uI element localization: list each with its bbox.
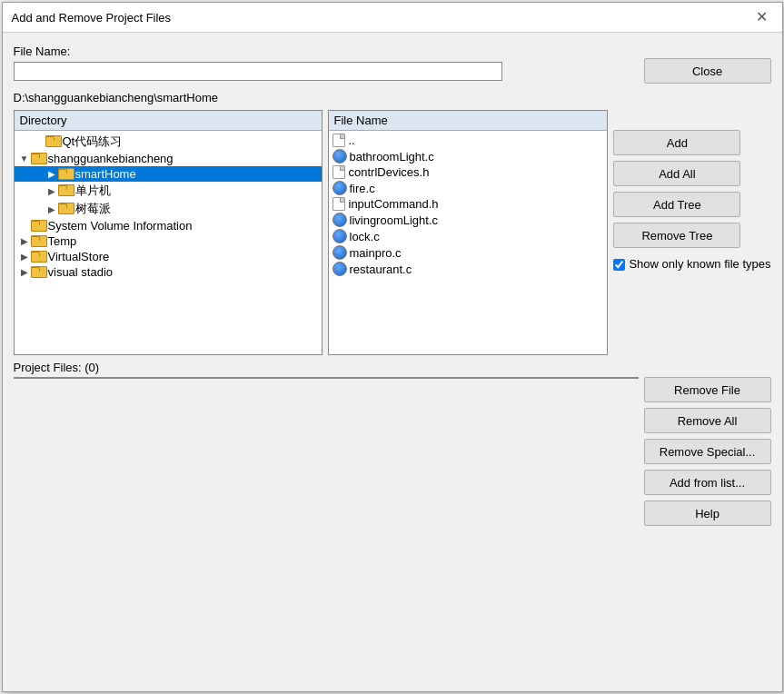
bottom-buttons: Remove File Remove All Remove Special...… <box>644 361 771 526</box>
dialog: Add and Remove Project Files ✕ File Name… <box>2 2 783 692</box>
tree-label-shang: shangguankebiancheng <box>48 152 174 165</box>
file-name-input[interactable] <box>14 62 502 81</box>
folder-icon-shu <box>58 203 73 214</box>
current-path: D:\shangguankebiancheng\smartHome <box>14 91 771 104</box>
show-known-label: Show only known file types <box>629 257 770 273</box>
tree-label-vstudio: visual stadio <box>48 265 114 279</box>
globe-icon-livingroom <box>332 213 347 227</box>
add-all-button[interactable]: Add All <box>613 161 740 186</box>
tree-label-shu: 树莓派 <box>75 201 111 217</box>
folder-icon-smarthome <box>58 169 73 180</box>
folder-icon-vstore <box>31 252 45 263</box>
expander-vstudio: ▶ <box>18 267 31 277</box>
expander-temp: ▶ <box>18 236 31 246</box>
file-label-mainpro: mainpro.c <box>350 246 402 260</box>
file-icon-inputcommand <box>332 197 345 211</box>
file-label-inputcommand: inputCommand.h <box>349 197 439 211</box>
file-item-contrl[interactable]: contrlDevices.h <box>329 164 608 180</box>
remove-all-button[interactable]: Remove All <box>644 408 771 433</box>
file-item-mainpro[interactable]: mainpro.c <box>329 244 608 261</box>
filename-panel-header: File Name <box>329 111 608 131</box>
show-known-checkbox[interactable] <box>613 259 625 271</box>
help-button[interactable]: Help <box>644 501 771 526</box>
directory-tree[interactable]: Qt代码练习 ▼ shangguankebiancheng ▶ smartHom… <box>15 131 322 354</box>
globe-icon-restaurant <box>332 262 347 276</box>
file-label-lock: lock.c <box>350 230 380 243</box>
file-item-dotdot[interactable]: .. <box>329 133 608 148</box>
file-item-livingroom[interactable]: livingroomLight.c <box>329 212 608 228</box>
project-files-panel[interactable] <box>14 377 639 379</box>
tree-item-shang[interactable]: ▼ shangguankebiancheng <box>15 151 322 166</box>
file-label-bathroomlight: bathroomLight.c <box>350 150 434 164</box>
file-label-dotdot: .. <box>349 134 355 147</box>
file-item-restaurant[interactable]: restaurant.c <box>329 261 608 277</box>
file-label-contrl: contrlDevices.h <box>349 165 430 179</box>
window-close-button[interactable]: ✕ <box>750 8 773 26</box>
tree-label-sys: System Volume Information <box>48 219 193 233</box>
project-files-section: Project Files: (0) <box>14 361 639 379</box>
remove-file-button[interactable]: Remove File <box>644 377 771 402</box>
remove-tree-button[interactable]: Remove Tree <box>613 223 740 248</box>
show-known-types-row: Show only known file types <box>613 257 770 273</box>
tree-item-qt[interactable]: Qt代码练习 <box>15 133 322 151</box>
folder-icon-shang <box>31 154 45 164</box>
dialog-title: Add and Remove Project Files <box>12 11 172 25</box>
filename-panel: File Name .. bathroomLight.c contrlDevic… <box>328 110 609 355</box>
tree-item-shu[interactable]: ▶ 树莓派 <box>15 200 322 218</box>
file-label-restaurant: restaurant.c <box>350 263 412 276</box>
directory-panel-header: Directory <box>15 111 322 131</box>
file-icon-contrl <box>332 165 345 179</box>
project-files-label: Project Files: (0) <box>14 361 639 374</box>
file-list[interactable]: .. bathroomLight.c contrlDevices.h fire.… <box>329 131 608 354</box>
expander-shu: ▶ <box>45 204 58 214</box>
folder-icon-dan <box>58 185 73 196</box>
file-name-row: File Name: Add Close <box>14 42 771 84</box>
bottom-row: Project Files: (0) Remove File Remove Al… <box>14 361 771 682</box>
remove-special-button[interactable]: Remove Special... <box>644 439 771 464</box>
folder-icon-sys <box>31 221 45 232</box>
panels-area: Directory Qt代码练习 ▼ shangguankebiancheng <box>14 110 771 355</box>
tree-item-smarthome[interactable]: ▶ smartHome <box>15 166 322 182</box>
file-label-livingroom: livingroomLight.c <box>350 213 439 227</box>
file-item-bathroomlight[interactable]: bathroomLight.c <box>329 148 608 164</box>
tree-label-smarthome: smartHome <box>75 167 136 181</box>
globe-icon-lock <box>332 229 347 243</box>
tree-item-vstore[interactable]: ▶ VirtualStore <box>15 249 322 264</box>
tree-label-dan: 单片机 <box>75 183 111 199</box>
globe-icon-bathroomlight <box>332 149 347 164</box>
right-buttons: Add Add All Add Tree Remove Tree Show on… <box>613 110 770 355</box>
file-item-fire[interactable]: fire.c <box>329 180 608 196</box>
add-tree-button[interactable]: Add Tree <box>613 192 740 217</box>
add-button[interactable]: Add <box>613 130 740 155</box>
dialog-body: File Name: Add Close D:\shangguankebianc… <box>3 33 782 691</box>
close-dialog-button[interactable]: Close <box>644 58 771 84</box>
file-label-fire: fire.c <box>350 182 375 195</box>
tree-item-temp[interactable]: ▶ Temp <box>15 233 322 249</box>
expander-vstore: ▶ <box>18 252 31 262</box>
expander-dan: ▶ <box>45 186 58 196</box>
tree-item-dan[interactable]: ▶ 单片机 <box>15 182 322 200</box>
expander-shang: ▼ <box>18 154 31 164</box>
expander-smarthome: ▶ <box>45 169 58 179</box>
file-name-label: File Name: <box>14 45 502 58</box>
globe-icon-mainpro <box>332 245 347 260</box>
file-icon-dotdot <box>332 134 345 147</box>
folder-icon-qt <box>45 136 60 147</box>
tree-item-vstudio[interactable]: ▶ visual stadio <box>15 264 322 280</box>
tree-label-temp: Temp <box>48 234 77 248</box>
title-bar: Add and Remove Project Files ✕ <box>3 3 782 33</box>
file-item-inputcommand[interactable]: inputCommand.h <box>329 196 608 212</box>
add-from-list-button[interactable]: Add from list... <box>644 470 771 495</box>
globe-icon-fire <box>332 181 347 195</box>
tree-item-sys[interactable]: System Volume Information <box>15 218 322 233</box>
file-item-lock[interactable]: lock.c <box>329 228 608 244</box>
tree-label-qt: Qt代码练习 <box>63 134 123 150</box>
directory-panel: Directory Qt代码练习 ▼ shangguankebiancheng <box>14 110 323 355</box>
folder-icon-vstudio <box>31 267 45 278</box>
folder-icon-temp <box>31 236 45 247</box>
tree-label-vstore: VirtualStore <box>48 250 110 263</box>
